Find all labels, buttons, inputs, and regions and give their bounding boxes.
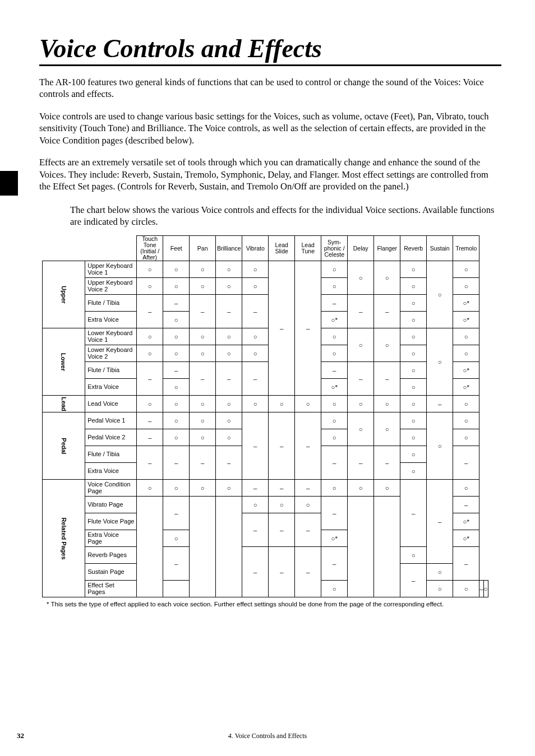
col-brilliance: Brilliance bbox=[216, 236, 242, 261]
row-label: Pedal Voice 1 bbox=[85, 412, 137, 429]
col-lead-tune: LeadTune bbox=[295, 236, 321, 261]
table-footnote: * This sets the type of effect applied t… bbox=[47, 601, 501, 607]
col-symphonic: Sym-phonic /Celeste bbox=[321, 236, 348, 261]
effects-table: TouchTone(Initial /After) Feet Pan Brill… bbox=[42, 235, 488, 597]
group-related: Related Pages bbox=[43, 480, 85, 597]
row-label: Flute / Tibia bbox=[85, 362, 137, 379]
col-sustain: Sustain bbox=[427, 236, 453, 261]
col-touch-tone: TouchTone(Initial /After) bbox=[137, 236, 163, 261]
col-lead-slide: LeadSlide bbox=[269, 236, 295, 261]
intro-para-3: Effects are an extremely versatile set o… bbox=[39, 156, 501, 192]
row-label: Lower KeyboardVoice 1 bbox=[85, 328, 137, 345]
row-label: Extra Voice bbox=[85, 312, 137, 328]
col-feet: Feet bbox=[163, 236, 190, 261]
page-title: Voice Controls and Effects bbox=[39, 34, 501, 66]
group-upper: Upper bbox=[43, 261, 85, 328]
intro-para-2: Voice controls are used to change variou… bbox=[39, 110, 501, 146]
col-tremolo: Tremolo bbox=[453, 236, 479, 261]
footer: 4. Voice Controls and Effects bbox=[0, 732, 535, 740]
group-pedal: Pedal bbox=[43, 412, 85, 480]
col-pan: Pan bbox=[190, 236, 216, 261]
row-label: Upper KeyboardVoice 2 bbox=[85, 278, 137, 295]
blank-corner bbox=[43, 236, 85, 261]
intro-para-1: The AR-100 features two general kinds of… bbox=[39, 76, 501, 100]
row-label: Upper KeyboardVoice 1 bbox=[85, 261, 137, 278]
row-label: Voice ConditionPage bbox=[85, 480, 137, 497]
row-label: Reverb Pages bbox=[85, 547, 137, 564]
footer-section-title: Voice Controls and Effects bbox=[235, 732, 307, 740]
row-label: Extra Voice bbox=[85, 379, 137, 396]
footer-section-number: 4. bbox=[228, 732, 233, 740]
row-label: Effect SetPages bbox=[85, 581, 137, 597]
row-label: Vibrato Page bbox=[85, 497, 137, 513]
group-lower: Lower bbox=[43, 328, 85, 396]
row-label: Extra Voice bbox=[85, 463, 137, 480]
chart-intro: The chart below shows the various Voice … bbox=[70, 204, 501, 228]
col-delay: Delay bbox=[348, 236, 374, 261]
row-label: Lead Voice bbox=[85, 396, 137, 412]
row-label: Sustain Page bbox=[85, 564, 137, 581]
col-vibrato: Vibrato bbox=[242, 236, 269, 261]
blank-corner-2 bbox=[85, 236, 137, 261]
row-label: Flute / Tibia bbox=[85, 295, 137, 312]
row-label: Flute Voice Page bbox=[85, 513, 137, 530]
row-label: Flute / Tibia bbox=[85, 446, 137, 463]
col-reverb: Reverb bbox=[400, 236, 427, 261]
col-flanger: Flanger bbox=[374, 236, 400, 261]
side-tab bbox=[0, 171, 18, 196]
row-label: Pedal Voice 2 bbox=[85, 429, 137, 446]
group-lead: Lead bbox=[43, 396, 85, 412]
row-label: Lower KeyboardVoice 2 bbox=[85, 345, 137, 362]
row-label: Extra VoicePage bbox=[85, 530, 137, 547]
